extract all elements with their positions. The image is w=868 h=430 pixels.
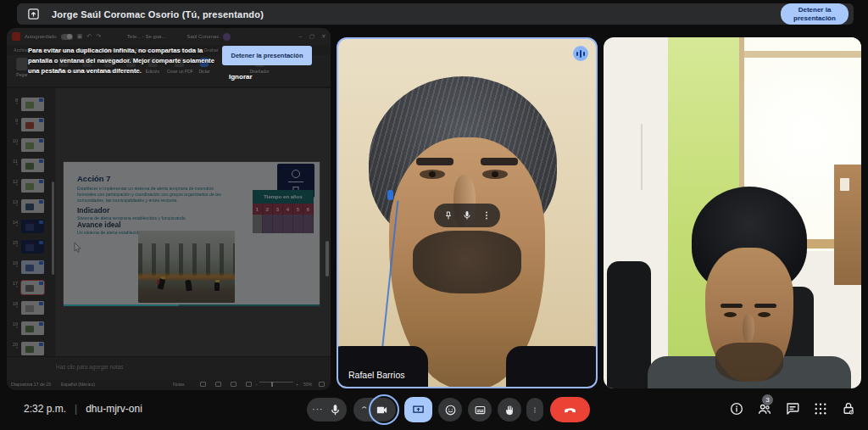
canvas-scrollbar — [326, 241, 329, 276]
end-call-icon — [563, 403, 577, 417]
maximize-icon: ▢ — [309, 33, 314, 40]
lock-icon — [841, 401, 856, 416]
account-name: Saúl Coromac — [186, 34, 219, 39]
separator: | — [75, 403, 77, 415]
thumbnail-scrollbar — [52, 181, 54, 275]
presenter-name: Jorge Saúl Coromac Osorio (Tú, presentan… — [52, 9, 264, 20]
speaking-indicator-icon — [573, 46, 588, 61]
thumbnail-slide-14: 14 — [7, 220, 44, 233]
smiley-icon — [444, 404, 457, 416]
eye — [482, 170, 508, 179]
minimize-icon: – — [299, 33, 303, 40]
raised-hand-icon — [504, 404, 516, 416]
participants-button[interactable]: 3 — [757, 401, 772, 416]
thumbnail-slide-19: 19 — [7, 321, 44, 335]
reactions-button[interactable] — [438, 398, 462, 422]
camera-button[interactable]: ⌃ — [353, 398, 396, 422]
slide-ideal-heading: Avance ideal — [77, 221, 121, 229]
thumbnail-slide-12: 12 — [7, 179, 44, 193]
slide-canvas: Acción 7 Establecer e implementar un sis… — [55, 88, 331, 356]
notes-pane: Haz clic para agregar notas — [7, 356, 331, 379]
duplication-warning-message: Para evitar una duplicación infinita, no… — [28, 46, 227, 76]
slide-timeline-table: Tiempo en años 123456 — [253, 190, 314, 233]
activities-button[interactable] — [813, 401, 828, 416]
stop-presentation-button[interactable]: Detener la presentación — [781, 3, 849, 25]
powerpoint-app-icon — [12, 32, 20, 41]
mic-icon — [329, 404, 342, 416]
end-call-button[interactable] — [550, 397, 590, 422]
meeting-code: dhu-mjrv-oni — [86, 403, 142, 415]
window-frame — [743, 51, 861, 58]
zoom-out-icon: − — [255, 382, 258, 387]
account-avatar — [223, 33, 231, 41]
raise-hand-button[interactable] — [498, 398, 521, 422]
present-screen-icon — [27, 8, 40, 20]
microphone-button[interactable]: ··· — [307, 398, 347, 422]
document-title: Tele... - Se gua... — [127, 34, 165, 39]
eyebrow — [481, 158, 518, 165]
captions-icon — [474, 404, 487, 416]
face — [705, 248, 793, 382]
warning-stop-presentation-button[interactable]: Detener la presentación — [222, 46, 312, 65]
paste-icon — [17, 58, 28, 70]
chat-icon — [785, 401, 800, 416]
camera-options-chevron-icon[interactable]: ⌃ — [360, 406, 370, 414]
tab-archivo: Archivo — [14, 47, 29, 53]
save-icon: ▣ — [77, 33, 83, 40]
tile-hover-controls — [434, 204, 500, 227]
more-options-icon[interactable] — [481, 210, 492, 221]
captions-button[interactable] — [468, 398, 492, 422]
thumbnail-slide-13: 13 — [7, 199, 44, 213]
powerpoint-statusbar: Diapositiva 17 de 23 Español (México) No… — [7, 379, 331, 390]
sorter-view-icon — [215, 382, 221, 387]
timeline-bands — [253, 215, 314, 233]
ribbon-group-pegar: Pegar — [16, 58, 27, 77]
mic-options-icon[interactable]: ··· — [312, 405, 323, 414]
shoulder — [337, 346, 428, 388]
meet-control-bar: 2:32 p.m. | dhu-mjrv-oni ··· ⌃ — [0, 390, 868, 430]
present-now-icon — [412, 404, 425, 416]
thumbnail-slide-15: 15 — [7, 240, 44, 254]
normal-view-icon — [200, 382, 206, 387]
autosave-label: Autoguardado — [25, 34, 57, 39]
slide-thumbnail-panel: 8 9 10 11 12 13 14 15 16 17 18 19 20 21 — [7, 88, 55, 356]
eyebrow — [416, 158, 453, 165]
wooden-shelf — [834, 165, 861, 285]
notes-toggle: Notas — [173, 382, 185, 387]
eye — [420, 170, 445, 179]
language-indicator: Español (México) — [61, 382, 95, 387]
video-tile-participant[interactable] — [604, 37, 861, 388]
thumbnail-slide-18: 18 — [7, 301, 44, 315]
present-now-button-active[interactable] — [404, 397, 432, 422]
clock: 2:32 p.m. — [24, 403, 66, 415]
chair-back — [607, 261, 651, 388]
mute-participant-icon[interactable] — [462, 210, 472, 221]
meeting-info: 2:32 p.m. | dhu-mjrv-oni — [24, 403, 142, 415]
beard — [413, 231, 521, 293]
powerpoint-titlebar: Autoguardado ▣ ↶ ↷ Tele... - Se gua... S… — [7, 28, 331, 45]
notes-placeholder: Haz clic para agregar notas — [56, 364, 124, 370]
presenting-banner: Jorge Saúl Coromac Osorio (Tú, presentan… — [17, 3, 854, 25]
slide-photo-forest-fire — [138, 231, 235, 303]
camera-icon — [376, 404, 388, 416]
more-controls-button[interactable] — [526, 398, 543, 422]
redo-icon: ↷ — [96, 33, 101, 40]
zoom-in-icon: + — [296, 382, 298, 387]
chat-button[interactable] — [785, 401, 800, 416]
reading-view-icon — [231, 382, 236, 387]
warning-ignore-button[interactable]: Ignorar — [225, 71, 256, 82]
zoom-slider-track — [259, 382, 293, 383]
screen-share-tile[interactable]: Autoguardado ▣ ↶ ↷ Tele... - Se gua... S… — [7, 28, 331, 390]
close-icon: ✕ — [321, 33, 326, 40]
call-controls: ··· ⌃ — [307, 397, 590, 422]
slideshow-icon — [246, 382, 252, 387]
meeting-details-button[interactable] — [729, 401, 744, 416]
zoom-level: 55% — [303, 382, 312, 387]
powerpoint-workspace: 8 9 10 11 12 13 14 15 16 17 18 19 20 21 — [7, 88, 331, 356]
host-controls-button[interactable] — [841, 401, 856, 416]
meet-window: Jorge Saúl Coromac Osorio (Tú, presentan… — [0, 0, 868, 430]
video-tile-rafael-barrios[interactable]: Rafael Barrios — [337, 37, 598, 388]
pin-icon[interactable] — [443, 210, 453, 221]
zoom-slider-thumb — [271, 382, 273, 387]
window-controls: –▢✕ — [299, 33, 326, 40]
